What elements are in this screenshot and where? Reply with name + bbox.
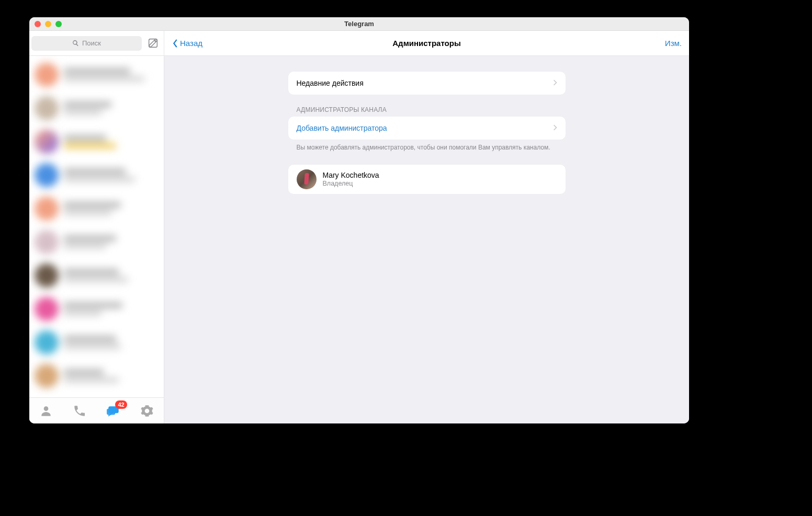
main-panel: Назад Администраторы Изм. Недавние дейст… <box>164 31 689 423</box>
app-body: Поиск <box>29 31 689 423</box>
window-minimize-button[interactable] <box>45 21 51 27</box>
admin-list-item[interactable]: Mary Kochetkova Владелец <box>288 165 566 194</box>
tab-chats[interactable]: 42 <box>101 400 126 421</box>
recent-actions-row[interactable]: Недавние действия <box>288 72 566 95</box>
compose-button[interactable] <box>147 38 159 49</box>
window-close-button[interactable] <box>35 21 41 27</box>
recent-actions-card: Недавние действия <box>288 72 566 95</box>
recent-actions-label: Недавние действия <box>297 79 364 87</box>
titlebar: Telegram <box>29 17 689 31</box>
search-input[interactable]: Поиск <box>31 36 142 51</box>
tabbar: 42 <box>29 397 164 423</box>
svg-rect-0 <box>149 39 157 48</box>
sidebar: Поиск <box>29 31 164 423</box>
gear-icon <box>140 404 154 418</box>
add-admin-row[interactable]: Добавить администратора <box>288 117 566 140</box>
search-icon <box>72 40 79 47</box>
chevron-left-icon <box>172 39 179 48</box>
app-window: Telegram Поиск <box>29 17 689 423</box>
admins-section-footer: Вы можете добавлять администраторов, что… <box>288 140 566 152</box>
edit-button[interactable]: Изм. <box>665 39 682 48</box>
admin-role: Владелец <box>323 180 379 187</box>
tab-settings[interactable] <box>134 400 160 421</box>
search-placeholder: Поиск <box>82 39 101 47</box>
compose-icon <box>148 38 159 49</box>
traffic-lights <box>35 21 62 27</box>
main-header: Назад Администраторы Изм. <box>164 31 689 56</box>
phone-icon <box>73 404 86 418</box>
page-title: Администраторы <box>392 39 460 48</box>
back-label: Назад <box>180 39 202 48</box>
back-button[interactable]: Назад <box>172 39 202 48</box>
unread-badge: 42 <box>115 400 127 409</box>
sidebar-top: Поиск <box>29 31 164 56</box>
admin-name: Mary Kochetkova <box>323 171 379 179</box>
avatar <box>297 169 317 189</box>
tab-calls[interactable] <box>67 400 92 421</box>
content-area: Недавние действия АДМИНИСТРАТОРЫ КАНАЛА … <box>164 56 689 423</box>
admins-section-header: АДМИНИСТРАТОРЫ КАНАЛА <box>288 106 566 117</box>
tab-contacts[interactable] <box>33 400 59 421</box>
window-maximize-button[interactable] <box>55 21 62 27</box>
contacts-icon <box>39 404 53 418</box>
chevron-right-icon <box>553 124 557 133</box>
svg-point-1 <box>44 406 49 411</box>
window-title: Telegram <box>344 20 374 28</box>
add-admin-card: Добавить администратора <box>288 117 566 140</box>
chevron-right-icon <box>553 79 557 88</box>
admin-texts: Mary Kochetkova Владелец <box>323 171 379 187</box>
chat-list-blurred <box>29 56 164 397</box>
add-admin-label: Добавить администратора <box>297 124 387 132</box>
